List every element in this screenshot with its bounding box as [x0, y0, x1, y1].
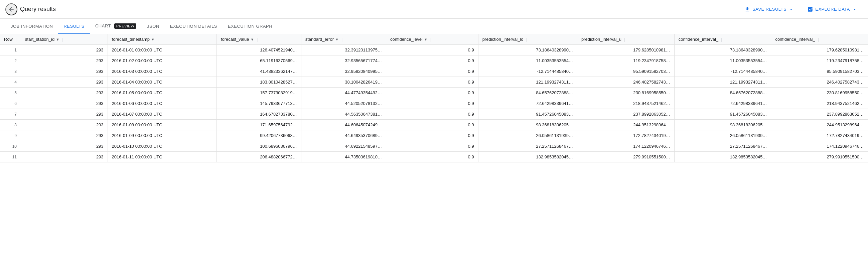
table-cell: 293 — [21, 109, 108, 120]
resize-handle-pred-lo[interactable]: | — [526, 37, 527, 42]
tab-execution-details[interactable]: EXECUTION DETAILS — [165, 19, 222, 34]
table-cell: 11 — [0, 152, 21, 162]
table-cell: 157.7373082919… — [217, 88, 301, 98]
header-actions: SAVE RESULTS EXPLORE DATA — [739, 4, 863, 15]
table-cell: 293 — [21, 45, 108, 56]
table-cell: 38.10042826419… — [301, 77, 386, 88]
table-cell: 206.4882066772… — [217, 152, 301, 162]
table-cell: 0.9 — [386, 98, 478, 109]
sort-icon-forecast-value[interactable]: ▼ — [250, 37, 254, 41]
table-cell: 44.64935370689… — [301, 130, 386, 141]
tab-results[interactable]: RESULTS — [58, 19, 90, 34]
resize-handle-conf-1[interactable]: | — [721, 37, 722, 42]
table-cell: 244.9513298964… — [771, 120, 868, 130]
resize-handle-row[interactable]: | — [16, 37, 17, 42]
table-row: 112932016-01-11 00:00:00 UTC206.48820667… — [0, 152, 868, 162]
table-cell: 2 — [0, 56, 21, 66]
table-cell: 2016-01-09 00:00:00 UTC — [107, 130, 217, 141]
table-row: 52932016-01-05 00:00:00 UTC157.737308291… — [0, 88, 868, 98]
table-cell: 244.9513298964… — [577, 120, 674, 130]
table-cell: 179.6285010981… — [577, 45, 674, 56]
col-header-row: Row | — [0, 34, 21, 45]
col-header-confidence-level: confidence_level ▼ | — [386, 34, 478, 45]
table-cell: 8 — [0, 120, 21, 130]
resize-handle-confidence-level[interactable]: | — [430, 37, 432, 42]
table-cell: 2016-01-06 00:00:00 UTC — [107, 98, 217, 109]
table-cell: 246.4027582743… — [771, 77, 868, 88]
back-button[interactable] — [5, 3, 18, 15]
tab-execution-graph[interactable]: EXECUTION GRAPH — [222, 19, 278, 34]
table-row: 92932016-01-09 00:00:00 UTC99.4206773606… — [0, 130, 868, 141]
table-cell: 2016-01-01 00:00:00 UTC — [107, 45, 217, 56]
results-table: Row | start_station_id ▼ | forecast_time… — [0, 34, 868, 162]
table-row: 42932016-01-04 00:00:00 UTC183.801042852… — [0, 77, 868, 88]
table-cell: 2016-01-11 00:00:00 UTC — [107, 152, 217, 162]
table-cell: 172.7827434019… — [771, 130, 868, 141]
table-cell: 4 — [0, 77, 21, 88]
table-cell: 98.36818306205… — [674, 120, 771, 130]
table-cell: 44.52052078132… — [301, 98, 386, 109]
save-results-button[interactable]: SAVE RESULTS — [739, 4, 799, 15]
table-cell: 91.45726045083… — [478, 109, 577, 120]
table-cell: 65.11916370569… — [217, 56, 301, 66]
table-cell: 95.59091582703… — [577, 66, 674, 77]
results-table-container[interactable]: Row | start_station_id ▼ | forecast_time… — [0, 34, 868, 250]
tab-job-information[interactable]: JOB INFORMATION — [5, 19, 58, 34]
explore-data-label: EXPLORE DATA — [815, 7, 850, 12]
table-cell: 230.8169958550… — [771, 88, 868, 98]
table-cell: 84.65762072888… — [478, 88, 577, 98]
table-cell: 2016-01-02 00:00:00 UTC — [107, 56, 217, 66]
col-header-forecast-timestamp: forecast_timestamp ▼ | — [107, 34, 217, 45]
explore-icon — [807, 6, 813, 12]
sort-icon-forecast-timestamp[interactable]: ▼ — [151, 37, 155, 41]
col-header-standard-error: standard_error ▼ | — [301, 34, 386, 45]
sort-icon-standard-error[interactable]: ▼ — [335, 37, 339, 41]
tab-chart[interactable]: CHART PREVIEW — [90, 19, 142, 34]
table-cell: 293 — [21, 77, 108, 88]
table-cell: 0.9 — [386, 88, 478, 98]
table-cell: 27.25711268467… — [674, 141, 771, 152]
tab-json[interactable]: JSON — [142, 19, 165, 34]
table-header-row: Row | start_station_id ▼ | forecast_time… — [0, 34, 868, 45]
table-cell: 218.9437521462… — [771, 98, 868, 109]
table-cell: 32.39120113975… — [301, 45, 386, 56]
resize-handle-timestamp[interactable]: | — [157, 37, 159, 42]
table-cell: 293 — [21, 88, 108, 98]
col-header-start-station-id: start_station_id ▼ | — [21, 34, 108, 45]
tabs-bar: JOB INFORMATION RESULTS CHART PREVIEW JS… — [0, 19, 868, 34]
table-cell: 0.9 — [386, 109, 478, 120]
table-cell: 73.18640328990… — [478, 45, 577, 56]
table-cell: 100.6896036796… — [217, 141, 301, 152]
table-cell: 293 — [21, 66, 108, 77]
table-cell: 9 — [0, 130, 21, 141]
table-cell: 98.36818306205… — [478, 120, 577, 130]
sort-icon-confidence-level[interactable]: ▼ — [424, 37, 428, 41]
resize-handle-conf-2[interactable]: | — [818, 37, 819, 42]
table-cell: 99.42067736068… — [217, 130, 301, 141]
table-cell: 44.56350647381… — [301, 109, 386, 120]
table-cell: 3 — [0, 66, 21, 77]
table-cell: 95.59091582703… — [771, 66, 868, 77]
col-header-forecast-value: forecast_value ▼ | — [217, 34, 301, 45]
table-row: 62932016-01-06 00:00:00 UTC145.793367771… — [0, 98, 868, 109]
table-cell: 1 — [0, 45, 21, 56]
table-cell: 2016-01-04 00:00:00 UTC — [107, 77, 217, 88]
table-cell: 26.05861131939… — [478, 130, 577, 141]
table-row: 82932016-01-08 00:00:00 UTC171.659756479… — [0, 120, 868, 130]
sort-icon-start-station-id[interactable]: ▼ — [56, 37, 59, 41]
table-cell: 237.8992863052… — [771, 109, 868, 120]
table-cell: 7 — [0, 109, 21, 120]
table-cell: 174.1220946746… — [577, 141, 674, 152]
col-header-conf-interval-2: confidence_interval_ | — [771, 34, 868, 45]
table-cell: 0.9 — [386, 120, 478, 130]
table-cell: 293 — [21, 152, 108, 162]
resize-handle-pred-u[interactable]: | — [624, 37, 625, 42]
table-cell: 183.8010428527… — [217, 77, 301, 88]
resize-handle-standard-error[interactable]: | — [341, 37, 343, 42]
explore-data-button[interactable]: EXPLORE DATA — [802, 4, 863, 15]
resize-handle-station[interactable]: | — [62, 37, 63, 42]
table-cell: -12.7144485840… — [478, 66, 577, 77]
table-cell: 10 — [0, 141, 21, 152]
table-cell: 293 — [21, 130, 108, 141]
resize-handle-forecast-value[interactable]: | — [256, 37, 258, 42]
